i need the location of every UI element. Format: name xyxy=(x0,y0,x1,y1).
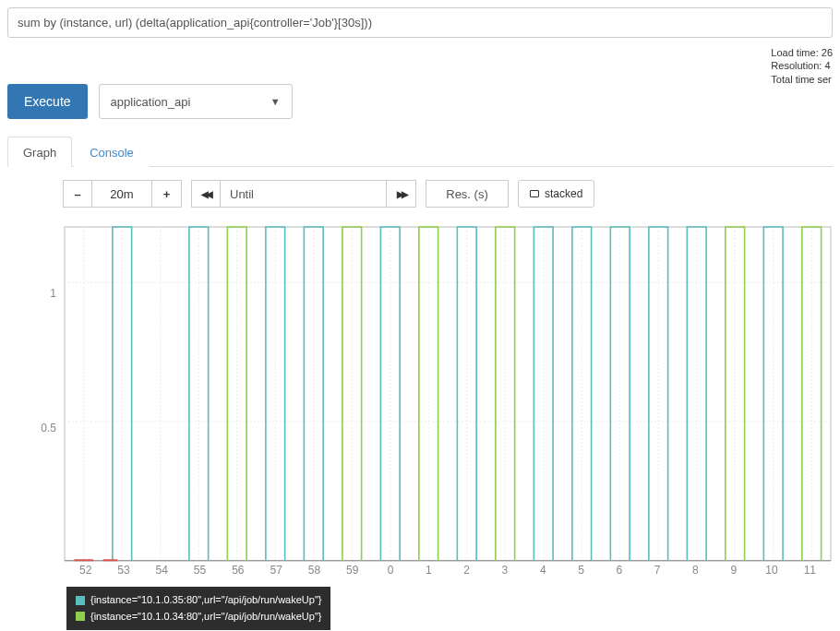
legend-swatch xyxy=(76,612,85,621)
tab-graph[interactable]: Graph xyxy=(7,137,72,167)
total-series: Total time ser xyxy=(771,73,833,86)
legend-label: {instance="10.1.0.35:80",url="/api/job/r… xyxy=(90,592,321,609)
range-input[interactable]: 20m xyxy=(92,180,152,208)
time-nav-group: ◀◀ Until ▶▶ xyxy=(191,180,416,208)
resolution: Resolution: 4 xyxy=(771,59,833,72)
query-info: Load time: 26 Resolution: 4 Total time s… xyxy=(771,46,833,86)
x-axis-labels: 525354555657585901234567891011 xyxy=(65,564,833,582)
tab-console[interactable]: Console xyxy=(74,137,150,167)
range-increase-button[interactable]: + xyxy=(152,180,182,208)
result-tabs: Graph Console xyxy=(7,136,833,167)
range-decrease-button[interactable]: – xyxy=(63,180,92,208)
stacked-label: stacked xyxy=(545,187,582,200)
y-axis-labels: 1 0.5 xyxy=(30,222,56,559)
legend-label: {instance="10.1.0.34:80",url="/api/job/r… xyxy=(90,609,321,625)
legend-item[interactable]: {instance="10.1.0.34:80",url="/api/job/r… xyxy=(76,609,321,625)
resolution-input[interactable]: Res. (s) xyxy=(426,180,509,208)
range-group: – 20m + xyxy=(63,180,182,208)
query-input[interactable]: sum by (instance, url) (delta(applicatio… xyxy=(7,7,833,38)
chevron-down-icon: ▼ xyxy=(270,96,281,107)
time-forward-button[interactable]: ▶▶ xyxy=(387,180,416,208)
legend-swatch xyxy=(76,596,85,605)
svg-rect-0 xyxy=(65,227,831,561)
execute-button[interactable]: Execute xyxy=(7,84,88,119)
stacked-toggle[interactable]: stacked xyxy=(518,180,594,208)
time-back-button[interactable]: ◀◀ xyxy=(191,180,221,208)
load-time: Load time: 26 xyxy=(771,46,833,59)
time-until-input[interactable]: Until xyxy=(221,180,387,208)
chart-legend: {instance="10.1.0.35:80",url="/api/job/r… xyxy=(66,587,330,630)
metric-select-value: application_api xyxy=(111,95,191,109)
stacked-icon xyxy=(530,190,539,197)
legend-item[interactable]: {instance="10.1.0.35:80",url="/api/job/r… xyxy=(76,592,321,609)
chart-plot[interactable] xyxy=(63,222,833,589)
metric-select[interactable]: application_api ▼ xyxy=(99,84,293,119)
